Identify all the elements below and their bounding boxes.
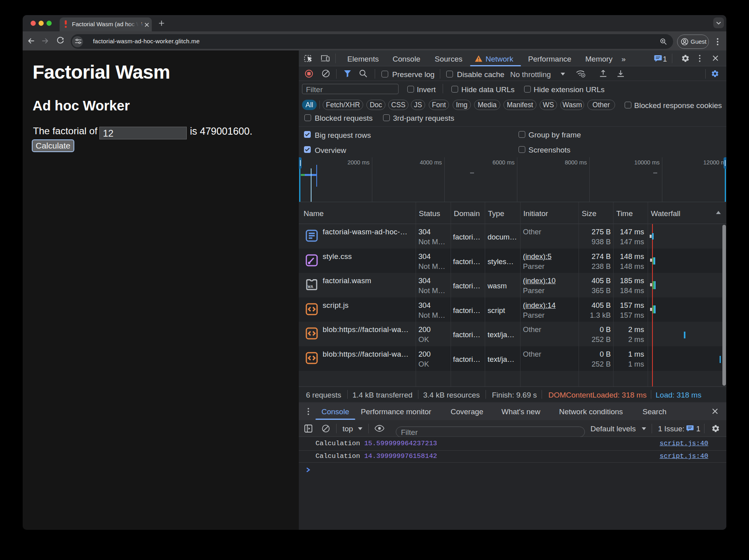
svg-text:WA: WA: [308, 284, 314, 289]
